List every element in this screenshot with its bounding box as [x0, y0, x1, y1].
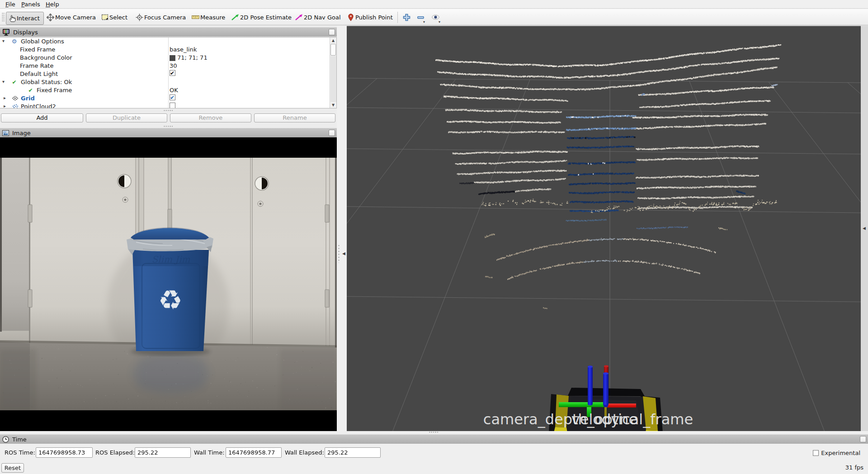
add-tool-button[interactable]: [403, 9, 410, 25]
rename-button[interactable]: Rename: [254, 113, 335, 122]
grid-icon: [12, 95, 19, 102]
toolbar: Interact Move Camera Select Focus Camera…: [0, 9, 868, 25]
tf-label: velodyne: [571, 411, 637, 428]
displays-icon: [2, 28, 10, 36]
tree-row-fixed-frame[interactable]: ✔Fixed FrameOK: [0, 86, 329, 94]
time-field-label: ROS Time:: [5, 448, 35, 458]
image-panel: Image: [0, 128, 337, 431]
scroll-up-button[interactable]: ▲: [330, 38, 336, 43]
tree-row-pointcloud2[interactable]: ▸PointCloud2: [0, 103, 329, 108]
add-button[interactable]: Add: [1, 113, 83, 122]
tree-row-frame-rate[interactable]: Frame Rate30: [0, 62, 329, 70]
splitter-collapse-arrow[interactable]: ◀: [342, 251, 345, 256]
time-panel-title: Time: [12, 436, 27, 443]
menu-file[interactable]: File: [5, 0, 15, 8]
expander-right-icon[interactable]: ▸: [4, 103, 6, 108]
tool-focus-camera-button[interactable]: Focus Camera: [136, 9, 186, 25]
time-float-button[interactable]: [860, 436, 866, 442]
time-field-label: ROS Elapsed:: [95, 448, 135, 458]
right-collapsed-panel[interactable]: ◀: [861, 26, 868, 432]
tree-label: PointCloud2: [21, 103, 56, 108]
experimental-checkbox[interactable]: [813, 450, 819, 456]
check-icon: ✔: [27, 87, 34, 94]
svg-text:Slim Jim: Slim Jim: [151, 254, 190, 265]
tool-2d-pose-estimate-button[interactable]: 2D Pose Estimate: [231, 9, 292, 25]
tree-row-global-options[interactable]: ▾⚙Global Options: [0, 38, 329, 46]
ros-elapsed-input[interactable]: 295.22: [135, 447, 191, 458]
displays-float-button[interactable]: [329, 29, 335, 35]
wall-time-input[interactable]: 1647698958.77: [226, 447, 282, 458]
tool-select-button[interactable]: Select: [101, 9, 127, 25]
3d-viewport[interactable]: camera_depth_optical_framevelodyne: [347, 26, 861, 432]
camera-photo: Slim Jim ♻: [0, 137, 337, 431]
tree-value[interactable]: base_link: [170, 46, 197, 54]
focus-crosshair-icon: [136, 14, 143, 21]
tool-move-camera-button[interactable]: Move Camera: [47, 9, 96, 25]
reset-button[interactable]: Reset: [1, 463, 24, 473]
displays-tree[interactable]: ▾⚙Global OptionsFixed Framebase_linkBack…: [0, 37, 337, 108]
plus-icon: [403, 14, 410, 21]
tree-row-global-status-ok[interactable]: ▾✔Global Status: Ok: [0, 78, 329, 86]
remove-button[interactable]: Remove: [170, 113, 251, 122]
camera-image-view[interactable]: Slim Jim ♻: [0, 137, 337, 431]
magenta-arrow-icon: [295, 14, 303, 21]
tool-2d-nav-goal-button[interactable]: 2D Nav Goal: [295, 9, 341, 25]
recycle-bin: Slim Jim ♻: [127, 227, 213, 356]
scroll-down-button[interactable]: ▼: [330, 102, 336, 108]
wall-elapsed-input[interactable]: 295.22: [325, 447, 381, 458]
displays-tree-scrollbar[interactable]: ▲ ▼: [330, 38, 336, 108]
tree-label: Global Status: Ok: [21, 78, 72, 86]
displays-panel: Displays ▾⚙Global OptionsFixed Framebase…: [0, 27, 337, 128]
tree-label: Default Light: [20, 70, 58, 78]
ros-time-input[interactable]: 1647698958.73: [36, 447, 93, 458]
tree-row-fixed-frame[interactable]: Fixed Framebase_link: [0, 46, 329, 54]
check-icon: ✔: [11, 79, 18, 85]
duplicate-button[interactable]: Duplicate: [86, 113, 167, 122]
tree-row-background-color[interactable]: Background Color71; 71; 71: [0, 54, 329, 62]
tf-x-axis: [605, 404, 636, 408]
tf-y-axis: [559, 402, 604, 407]
door-lock-left: [123, 197, 128, 202]
tree-checkbox[interactable]: ✔: [170, 94, 175, 100]
tree-label: Fixed Frame: [20, 46, 55, 54]
panel-splitter-handle[interactable]: [164, 110, 174, 112]
tree-value[interactable]: 71; 71; 71: [177, 54, 208, 62]
image-panel-titlebar[interactable]: Image: [0, 128, 337, 137]
tool-visibility-menu-arrow[interactable]: ▾: [439, 20, 440, 24]
time-field-label: Wall Time:: [194, 448, 225, 458]
remove-tool-menu-arrow[interactable]: ▾: [423, 20, 425, 24]
horizontal-splitter[interactable]: [0, 431, 868, 434]
menu-help[interactable]: Help: [46, 0, 59, 8]
panel-splitter-handle[interactable]: [164, 126, 174, 127]
tree-label: Fixed Frame: [37, 86, 72, 94]
scrollbar-thumb[interactable]: [330, 44, 336, 56]
tree-label: Frame Rate: [20, 62, 53, 70]
color-swatch[interactable]: [170, 55, 175, 61]
tool-measure-button[interactable]: Measure: [192, 9, 225, 25]
tree-row-grid[interactable]: ▸Grid✔: [0, 94, 329, 103]
right-collapse-arrow[interactable]: ◀: [863, 226, 866, 230]
tree-checkbox[interactable]: ✔: [170, 70, 175, 76]
tool-publish-point-button[interactable]: Publish Point: [347, 9, 393, 25]
fps-counter: 31 fps: [845, 464, 863, 471]
toolbar-drag-handle[interactable]: [2, 13, 5, 22]
tree-checkbox[interactable]: [170, 103, 175, 108]
map-pin-icon: [347, 14, 354, 21]
green-arrow-icon: [231, 14, 239, 21]
time-panel-titlebar[interactable]: Time: [0, 434, 868, 444]
displays-panel-title: Displays: [13, 29, 38, 36]
tool-label: Select: [109, 14, 127, 21]
select-box-icon: [101, 14, 108, 21]
menu-panels[interactable]: Panels: [21, 0, 40, 8]
displays-panel-titlebar[interactable]: Displays: [0, 27, 337, 37]
tool-interact-button[interactable]: Interact: [6, 12, 44, 25]
image-float-button[interactable]: [329, 130, 335, 136]
door-lock-right: [258, 201, 263, 206]
vertical-splitter[interactable]: ◀: [337, 26, 347, 432]
tree-row-default-light[interactable]: Default Light✔: [0, 70, 329, 78]
expander-down-icon[interactable]: ▾: [2, 79, 5, 84]
tf-frame-labels: camera_depth_optical_framevelodyne: [483, 411, 693, 428]
expander-down-icon[interactable]: ▾: [2, 38, 5, 43]
ruler-icon: [192, 14, 199, 21]
expander-right-icon[interactable]: ▸: [4, 95, 6, 100]
